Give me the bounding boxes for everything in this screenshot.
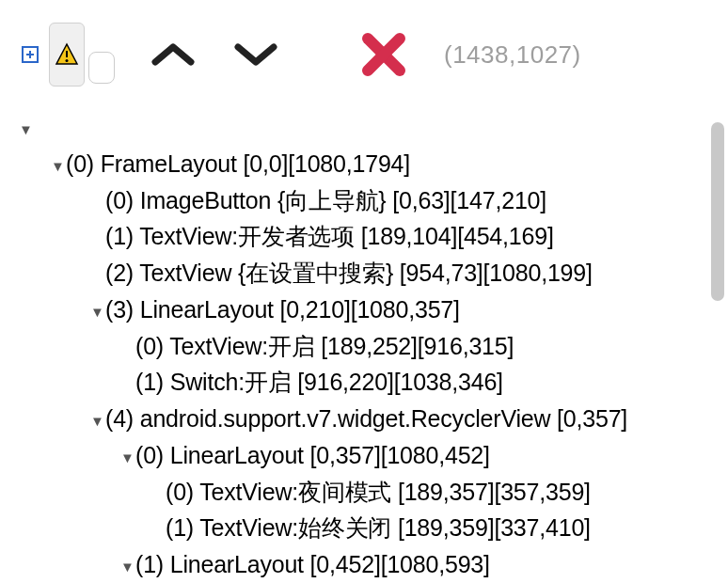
expand-all-button[interactable] bbox=[17, 41, 43, 68]
tree-label: (0) LinearLayout [0,357][1080,452] bbox=[135, 442, 490, 468]
tree-row[interactable]: ▼(0) FrameLayout [0,0][1080,1794] bbox=[19, 146, 728, 182]
chevron-down-icon[interactable]: ▼ bbox=[90, 301, 105, 323]
chevron-down-icon[interactable]: ▼ bbox=[90, 410, 105, 432]
tree-row[interactable]: ▼(3) LinearLayout [0,210][1080,357] bbox=[19, 292, 728, 328]
tree-row[interactable]: ▼(1) LinearLayout [0,452][1080,593] bbox=[19, 546, 728, 583]
close-icon bbox=[360, 31, 407, 78]
tree-label: (1) Switch:开启 [916,220][1038,346] bbox=[135, 369, 503, 395]
chevron-down-icon[interactable]: ▼ bbox=[51, 155, 66, 177]
tree-row-root[interactable]: ▼ bbox=[19, 109, 728, 146]
tree-row[interactable]: ▼(0) LinearLayout [0,357][1080,452] bbox=[19, 437, 728, 474]
tree-label: (0) ImageButton {向上导航} [0,63][147,210] bbox=[105, 187, 546, 213]
tree-row[interactable]: (0) TextView:夜间模式 [189,357][357,359] bbox=[19, 474, 728, 511]
hierarchy-tree: ▼ ▼(0) FrameLayout [0,0][1080,1794] (0) … bbox=[0, 98, 728, 583]
tree-row[interactable]: (0) ImageButton {向上导航} [0,63][147,210] bbox=[19, 182, 728, 219]
warning-button[interactable] bbox=[49, 23, 85, 87]
tree-label: (4) android.support.v7.widget.RecyclerVi… bbox=[105, 405, 627, 432]
previous-button[interactable] bbox=[145, 36, 201, 73]
tree-row[interactable]: (1) Switch:开启 [916,220][1038,346] bbox=[19, 364, 728, 401]
tree-label: (0) FrameLayout [0,0][1080,1794] bbox=[66, 150, 410, 177]
tree-row[interactable]: (1) TextView:开发者选项 [189,104][454,169] bbox=[19, 218, 728, 255]
tree-label: (3) LinearLayout [0,210][1080,357] bbox=[105, 296, 460, 323]
tree-row[interactable]: (0) TextView:开启 [189,252][916,315] bbox=[19, 328, 728, 365]
chevron-down-icon[interactable]: ▼ bbox=[120, 447, 135, 468]
tree-label: (1) LinearLayout [0,452][1080,593] bbox=[135, 551, 490, 577]
tree-label: (0) TextView:夜间模式 [189,357][357,359] bbox=[166, 479, 591, 505]
coords-label: (1438,1027) bbox=[444, 40, 581, 70]
chevron-down-icon[interactable]: ▼ bbox=[19, 118, 34, 140]
empty-box[interactable] bbox=[88, 52, 115, 84]
toolbar: (1438,1027) bbox=[0, 0, 728, 98]
scrollbar[interactable] bbox=[711, 122, 724, 301]
svg-point-5 bbox=[66, 59, 69, 62]
close-button[interactable] bbox=[356, 26, 412, 83]
warning-icon bbox=[55, 42, 79, 67]
next-button[interactable] bbox=[228, 36, 284, 73]
chevron-up-icon bbox=[148, 41, 198, 68]
chevron-down-icon[interactable]: ▼ bbox=[120, 556, 135, 577]
tree-row[interactable]: (1) TextView:始终关闭 [189,359][337,410] bbox=[19, 510, 728, 546]
expand-all-icon bbox=[21, 45, 40, 64]
tree-label: (2) TextView {在设置中搜索} [954,73][1080,199] bbox=[105, 260, 593, 286]
chevron-down-icon bbox=[230, 41, 281, 68]
tree-label: (1) TextView:开发者选项 [189,104][454,169] bbox=[105, 223, 554, 249]
tree-row[interactable]: (2) TextView {在设置中搜索} [954,73][1080,199] bbox=[19, 255, 728, 292]
tree-label: (0) TextView:开启 [189,252][916,315] bbox=[135, 333, 514, 359]
tree-row[interactable]: ▼(4) android.support.v7.widget.RecyclerV… bbox=[19, 401, 728, 437]
tree-label: (1) TextView:始终关闭 [189,359][337,410] bbox=[166, 514, 591, 541]
